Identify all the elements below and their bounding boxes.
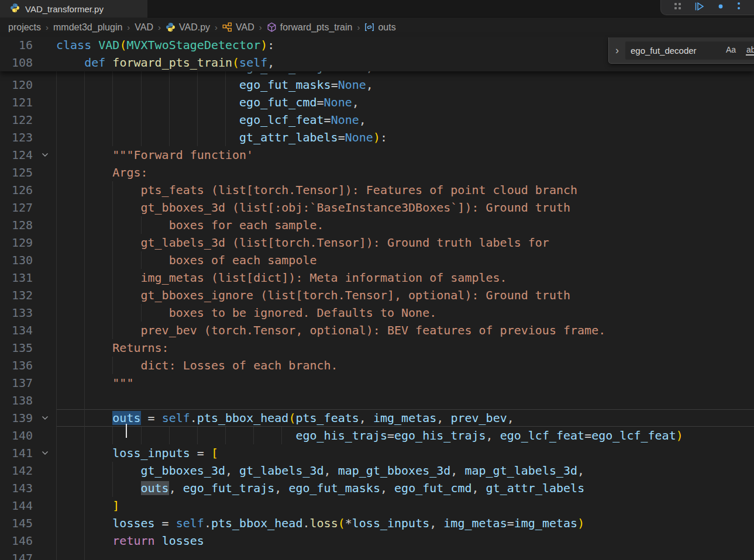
code-line-145[interactable]: 145 losses = self.pts_bbox_head.loss(*lo… <box>0 514 754 532</box>
code-line-142[interactable]: 142 gt_bboxes_3d, gt_labels_3d, map_gt_b… <box>0 462 754 479</box>
line-number[interactable]: 127 <box>0 199 33 216</box>
code-line-133[interactable]: 133 boxes to be ignored. Defaults to Non… <box>0 304 754 322</box>
code-token: , <box>436 411 450 425</box>
breadcrumb-item-vad-py[interactable]: VAD.py <box>166 22 210 33</box>
line-number[interactable]: 128 <box>0 216 33 234</box>
find-input[interactable] <box>625 42 719 60</box>
line-number[interactable]: 134 <box>0 322 33 339</box>
line-number[interactable]: 108 <box>0 54 33 71</box>
code-token <box>56 464 141 478</box>
code-line-127[interactable]: 127 gt_bboxes_3d (list[:obj:`BaseInstanc… <box>0 199 754 216</box>
code-line-126[interactable]: 126 pts_feats (list[torch.Tensor]): Feat… <box>0 181 754 199</box>
breadcrumb-label: outs <box>378 22 395 33</box>
fold-chevron-icon[interactable] <box>35 444 55 462</box>
code-line-135[interactable]: 135 Returns: <box>0 339 754 357</box>
breadcrumb-item-outs[interactable]: outs <box>364 22 395 33</box>
breadcrumb-item-vad[interactable]: VAD <box>222 22 254 33</box>
code-line-129[interactable]: 129 gt_labels_3d (list[torch.Tensor]): G… <box>0 234 754 251</box>
code-line-122[interactable]: 122 ego_lcf_feat=None, <box>0 111 754 129</box>
find-expand-chevron-icon[interactable]: › <box>609 44 625 57</box>
code-line-147[interactable]: 147 <box>0 549 754 560</box>
code-line-139[interactable]: 139 outs = self.pts_bbox_head(pts_feats,… <box>0 409 754 427</box>
code-line-141[interactable]: 141 loss_inputs = [ <box>0 444 754 462</box>
code-line-138[interactable]: 138 <box>0 392 754 409</box>
line-number[interactable]: 142 <box>0 462 33 479</box>
line-number[interactable]: 138 <box>0 392 33 409</box>
code-text: def forward_pts_train(self, <box>56 54 274 71</box>
whole-word-icon[interactable]: ab <box>746 45 754 56</box>
code-line-120[interactable]: 120 ego_fut_masks=None, <box>0 76 754 94</box>
line-number[interactable]: 132 <box>0 286 33 304</box>
code-token: gt_labels_3d <box>239 464 324 478</box>
line-number[interactable]: 137 <box>0 374 33 392</box>
line-number[interactable]: 144 <box>0 497 33 514</box>
line-number[interactable]: 130 <box>0 251 33 269</box>
line-number[interactable]: 143 <box>0 479 33 497</box>
breadcrumb-item-forward-pts-train[interactable]: forward_pts_train <box>267 22 353 33</box>
code-line-134[interactable]: 134 prev_bev (torch.Tensor, optional): B… <box>0 322 754 339</box>
tab-vad-transformer[interactable]: VAD_transformer.py <box>0 0 147 18</box>
code-token: ego_lcf_feat <box>591 428 676 443</box>
record-dot-icon[interactable] <box>717 3 724 10</box>
code-line-132[interactable]: 132 gt_bboxes_ignore (list[torch.Tensor]… <box>0 286 754 304</box>
line-number[interactable]: 145 <box>0 514 33 532</box>
line-number[interactable]: 139 <box>0 409 33 427</box>
line-number[interactable]: 121 <box>0 94 33 111</box>
breadcrumb-item-mmdet3d-plugin[interactable]: mmdet3d_plugin <box>53 22 122 33</box>
line-number[interactable]: 147 <box>0 549 33 560</box>
editor[interactable]: 119 ego_fut_trajs=None,120 ego_fut_masks… <box>0 36 754 560</box>
line-number[interactable]: 129 <box>0 234 33 251</box>
find-input-box: Aa ab <box>625 42 754 60</box>
code-token <box>56 56 84 70</box>
breadcrumb-item-projects[interactable]: projects <box>8 22 41 33</box>
line-number[interactable]: 141 <box>0 444 33 462</box>
code-token <box>56 218 169 232</box>
code-token: , <box>359 411 373 425</box>
code-line-143[interactable]: 143 outs, ego_fut_trajs, ego_fut_masks, … <box>0 479 754 497</box>
code-line-125[interactable]: 125 Args: <box>0 164 754 181</box>
fold-chevron-icon[interactable] <box>35 409 55 427</box>
code-line-136[interactable]: 136 dict: Losses of each branch. <box>0 357 754 374</box>
code-line-140[interactable]: 140 ego_his_trajs=ego_his_trajs, ego_lcf… <box>0 427 754 444</box>
line-number[interactable]: 135 <box>0 339 33 357</box>
line-number[interactable]: 140 <box>0 427 33 444</box>
line-number[interactable]: 136 <box>0 357 33 374</box>
code-line-123[interactable]: 123 gt_attr_labels=None): <box>0 129 754 146</box>
line-number[interactable]: 123 <box>0 129 33 146</box>
code-line-137[interactable]: 137 """ <box>0 374 754 392</box>
line-number[interactable]: 131 <box>0 269 33 286</box>
code-token <box>56 165 112 179</box>
more-actions-icon[interactable] <box>736 2 741 11</box>
line-number[interactable]: 133 <box>0 304 33 322</box>
breadcrumb-item-vad[interactable]: VAD <box>135 22 153 33</box>
code-token: return <box>112 534 154 548</box>
code-token: prev_bev (torch.Tensor, optional): BEV f… <box>141 323 606 337</box>
code-token: : <box>267 38 274 52</box>
code-token <box>56 306 169 320</box>
code-line-146[interactable]: 146 return losses <box>0 532 754 549</box>
code-line-128[interactable]: 128 boxes for each sample. <box>0 216 754 234</box>
line-number[interactable]: 124 <box>0 146 33 164</box>
code-token <box>56 95 239 109</box>
code-token: ou <box>112 411 126 425</box>
code-token: img_metas (list[dict]): Meta information… <box>141 271 507 285</box>
code-line-130[interactable]: 130 boxes of each sampole <box>0 251 754 269</box>
organize-grid-icon[interactable] <box>674 2 682 11</box>
line-number[interactable]: 122 <box>0 111 33 129</box>
fold-chevron-icon[interactable] <box>35 146 55 164</box>
code-text: prev_bev (torch.Tensor, optional): BEV f… <box>56 322 605 339</box>
code-token <box>56 183 141 197</box>
code-line-131[interactable]: 131 img_metas (list[dict]): Meta informa… <box>0 269 754 286</box>
line-number[interactable]: 146 <box>0 532 33 549</box>
run-split-icon[interactable] <box>694 2 704 11</box>
line-number[interactable]: 125 <box>0 164 33 181</box>
code-token: ( <box>288 411 295 425</box>
line-number[interactable]: 126 <box>0 181 33 199</box>
match-case-icon[interactable]: Aa <box>726 45 736 54</box>
code-line-144[interactable]: 144 ] <box>0 497 754 514</box>
line-number[interactable]: 120 <box>0 76 33 94</box>
code-line-121[interactable]: 121 ego_fut_cmd=None, <box>0 94 754 111</box>
code-line-124[interactable]: 124 """Forward function' <box>0 146 754 164</box>
line-number[interactable]: 16 <box>0 36 33 54</box>
code-token: ego_fut_cmd <box>239 95 316 109</box>
